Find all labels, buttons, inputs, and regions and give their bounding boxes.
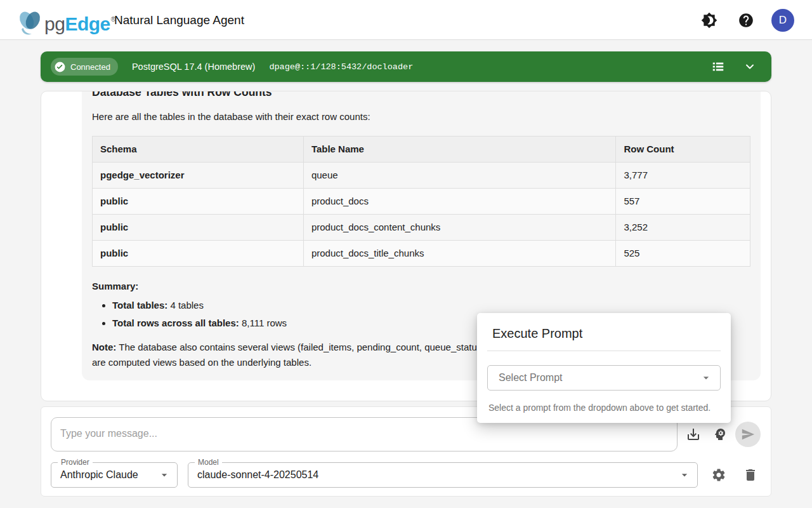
bullet-label: Total rows across all tables:: [112, 318, 239, 328]
summary-heading: Summary:: [92, 281, 750, 291]
dialog-title: Execute Prompt: [487, 326, 721, 341]
status-badge-label: Connected: [70, 62, 110, 72]
message-heading: Database Tables with Row Counts: [92, 91, 750, 99]
cell-schema: public: [93, 215, 304, 241]
provider-select[interactable]: Provider Anthropic Claude: [51, 462, 178, 488]
dialog-divider: [487, 351, 721, 351]
clear-conversation-button[interactable]: [743, 467, 758, 483]
cell-schema: pgedge_vectorizer: [93, 163, 304, 189]
cell-schema: public: [93, 189, 304, 215]
theme-toggle-button[interactable]: [698, 9, 721, 32]
table-row: public product_docs_content_chunks 3,252: [93, 215, 750, 241]
pgedge-heart-icon: [15, 8, 44, 37]
status-badge: Connected: [51, 58, 118, 76]
list-icon: [711, 60, 725, 74]
select-prompt-dropdown[interactable]: Select Prompt: [487, 365, 721, 391]
cell-table-name: product_docs_title_chunks: [303, 241, 616, 267]
app-header: pgEdge® Natural Language Agent D: [0, 0, 812, 40]
note-label: Note:: [92, 342, 116, 352]
trash-icon: [743, 467, 758, 483]
settings-button[interactable]: [711, 467, 726, 483]
download-icon: [686, 427, 701, 442]
table-row: pgedge_vectorizer queue 3,777: [93, 163, 750, 189]
cell-schema: public: [93, 241, 304, 267]
send-button[interactable]: [735, 422, 761, 447]
cell-row-count: 525: [616, 241, 750, 267]
connection-bar: Connected PostgreSQL 17.4 (Homebrew) dpa…: [41, 51, 771, 82]
model-value: claude-sonnet-4-20250514: [188, 469, 678, 481]
column-header-schema: Schema: [93, 137, 304, 163]
cell-row-count: 557: [616, 189, 750, 215]
table-row: public product_docs_title_chunks 525: [93, 241, 750, 267]
row-counts-table: Schema Table Name Row Count pgedge_vecto…: [92, 136, 750, 267]
download-button[interactable]: [681, 422, 706, 447]
cell-table-name: queue: [303, 163, 616, 189]
psychology-head-gear-icon: [712, 427, 728, 442]
cell-row-count: 3,252: [616, 215, 750, 241]
help-button[interactable]: [735, 9, 757, 32]
list-item: Total tables: 4 tables: [112, 299, 750, 312]
user-avatar[interactable]: D: [771, 9, 794, 32]
provider-label: Provider: [58, 458, 93, 467]
logo-text-edge: Edge: [65, 13, 110, 34]
bullet-value: 8,111 rows: [239, 318, 287, 328]
cell-table-name: product_docs: [303, 189, 616, 215]
bullet-label: Total tables:: [112, 300, 167, 311]
cell-row-count: 3,777: [616, 163, 750, 189]
page-title: Natural Language Agent: [114, 0, 244, 40]
execute-prompt-dialog: Execute Prompt Select Prompt Select a pr…: [477, 313, 731, 423]
connection-collapse-button[interactable]: [742, 59, 757, 74]
check-circle-icon: [54, 61, 66, 73]
table-row: public product_docs 557: [93, 189, 750, 215]
question-circle-icon: [738, 12, 754, 29]
caret-down-icon: [678, 469, 691, 481]
bullet-value: 4 tables: [167, 300, 204, 311]
select-prompt-placeholder: Select Prompt: [499, 372, 700, 384]
column-header-table-name: Table Name: [303, 137, 616, 163]
model-label: Model: [195, 458, 222, 467]
message-intro: Here are all the tables in the database …: [92, 110, 750, 123]
column-header-row-count: Row Count: [616, 137, 750, 163]
connection-string-text: dpage@::1/128:5432/docloader: [269, 62, 413, 72]
paper-plane-icon: [741, 427, 755, 441]
pgedge-logo: pgEdge®: [15, 5, 115, 39]
caret-down-icon: [158, 469, 171, 481]
table-header-row: Schema Table Name Row Count: [93, 137, 750, 163]
model-select[interactable]: Model claude-sonnet-4-20250514: [188, 462, 698, 488]
chevron-down-icon: [743, 60, 756, 73]
logo-text-pg: pg: [44, 13, 65, 34]
dialog-helper-text: Select a prompt from the dropdown above …: [487, 403, 721, 413]
gear-icon: [711, 467, 726, 483]
caret-down-icon: [700, 371, 712, 384]
cell-table-name: product_docs_content_chunks: [303, 215, 616, 241]
server-version-text: PostgreSQL 17.4 (Homebrew): [132, 62, 256, 72]
brightness-moon-icon: [701, 12, 717, 29]
prompt-ideas-button[interactable]: [707, 422, 733, 447]
queue-list-button[interactable]: [710, 59, 726, 74]
provider-value: Anthropic Claude: [51, 469, 158, 481]
